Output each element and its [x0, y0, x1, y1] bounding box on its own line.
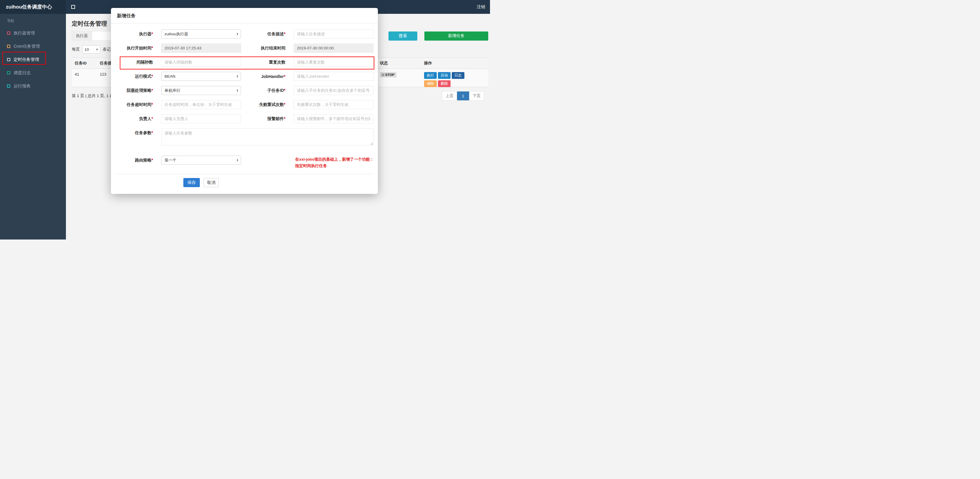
form-row-block-child: 阻塞处理策略* 单机串行 ▲▼ 子任务ID*: [111, 86, 378, 95]
route-strategy-field: 第一个 ▲▼: [161, 156, 241, 165]
timeout-input[interactable]: [161, 100, 241, 109]
pagination-next-button[interactable]: 下页: [469, 91, 484, 100]
job-desc-input[interactable]: [294, 29, 374, 38]
select-arrows-icon: ▲▼: [96, 48, 98, 51]
pagination-page-1-button[interactable]: 1: [457, 91, 469, 100]
executor-select-value: zuihou执行器: [164, 32, 235, 37]
cell-actions: 执行启动日志 编辑删除: [421, 69, 488, 87]
sidebar-item-label: 定时任务管理: [14, 57, 39, 62]
route-strategy-select[interactable]: 第一个 ▲▼: [161, 156, 241, 165]
run-mode-select[interactable]: BEAN ▲▼: [161, 72, 241, 81]
job-handler-label: JobHandler*: [241, 74, 285, 79]
header-status: 状态: [377, 60, 421, 66]
edit-button[interactable]: 编辑: [424, 80, 437, 87]
fail-retry-input[interactable]: [294, 100, 374, 109]
log-button[interactable]: 日志: [452, 72, 465, 79]
repeat-count-label: 重复次数: [241, 60, 285, 65]
job-param-field: [161, 128, 374, 146]
add-task-modal: 新增任务 执行器* zuihou执行器 ▲▼ 任务描述* 执行开始时间* 执行结…: [111, 8, 378, 194]
status-badge: STOP: [380, 72, 396, 77]
status-text: STOP: [385, 73, 395, 76]
end-time-label: 执行结束时间: [241, 46, 285, 51]
square-icon: [7, 71, 10, 75]
owner-field: [161, 114, 241, 123]
header-actions: 操作: [421, 60, 488, 66]
child-job-id-field: [294, 86, 374, 95]
sidebar-item-cron-task-management[interactable]: Cron任务管理: [0, 40, 66, 53]
start-time-input[interactable]: [161, 43, 241, 53]
start-time-field: [161, 43, 241, 53]
sidebar-item-label: Cron任务管理: [14, 43, 40, 49]
header-task-id: 任务ID: [72, 60, 97, 66]
repeat-count-input[interactable]: [294, 58, 374, 67]
executor-label: 执行器*: [111, 32, 153, 37]
job-handler-field: [294, 72, 374, 81]
form-row-owner-email: 负责人* 报警邮件*: [111, 114, 378, 123]
modal-note-line1: 在xxl-jobs项目的基础上，新增了一个功能：: [295, 156, 374, 163]
block-strategy-label: 阻塞处理策略*: [111, 88, 153, 93]
alarm-email-input[interactable]: [294, 114, 374, 123]
job-param-textarea[interactable]: [161, 128, 374, 145]
cell-status: STOP: [377, 69, 421, 87]
pagination-prev-button[interactable]: 上页: [442, 91, 457, 100]
run-mode-label: 运行模式*: [111, 74, 153, 79]
delete-button[interactable]: 删除: [438, 80, 450, 87]
form-row-executor-desc: 执行器* zuihou执行器 ▲▼ 任务描述*: [111, 29, 378, 38]
end-time-input[interactable]: [294, 43, 374, 53]
cancel-button[interactable]: 取消: [204, 178, 219, 187]
add-task-button[interactable]: 新增任务: [424, 32, 488, 41]
interval-input[interactable]: [161, 58, 241, 67]
start-button[interactable]: 启动: [438, 72, 450, 79]
executor-filter-label: 执行器: [72, 31, 92, 41]
stop-square-icon: [382, 74, 384, 76]
job-handler-input[interactable]: [294, 72, 374, 81]
sidebar-collapse-icon[interactable]: [71, 5, 75, 9]
sidebar-item-scheduled-task-management[interactable]: 定时任务管理: [0, 53, 66, 66]
timeout-label: 任务超时时间*: [111, 102, 153, 107]
sidebar-nav-label: 导航: [0, 14, 66, 27]
sidebar-item-label: 调度日志: [14, 70, 30, 76]
fail-retry-label: 失败重试次数*: [241, 102, 285, 107]
search-button[interactable]: 搜索: [388, 32, 417, 41]
interval-field: [161, 58, 241, 67]
form-row-interval-repeat: 间隔秒数 重复次数: [111, 58, 378, 67]
sidebar-item-run-report[interactable]: 运行报表: [0, 80, 66, 93]
alarm-email-field: [294, 114, 374, 123]
sidebar: 导航 执行器管理 Cron任务管理 定时任务管理 调度日志 运行报表: [0, 14, 66, 240]
form-row-timeout-retry: 任务超时时间* 失败重试次数*: [111, 100, 378, 109]
route-strategy-label: 路由策略*: [111, 158, 153, 163]
per-page-prefix: 每页: [72, 47, 80, 52]
form-row-job-param: 任务参数*: [111, 128, 378, 146]
owner-input[interactable]: [161, 114, 241, 123]
child-job-id-input[interactable]: [294, 86, 374, 95]
run-mode-select-value: BEAN: [164, 74, 235, 78]
child-job-id-label: 子任务ID*: [241, 88, 285, 93]
modal-note-line2: 指定时间执行任务: [295, 163, 374, 169]
job-desc-field: [294, 29, 374, 38]
select-arrows-icon: ▲▼: [237, 89, 239, 92]
sidebar-item-dispatch-log[interactable]: 调度日志: [0, 66, 66, 80]
save-button[interactable]: 保存: [183, 178, 200, 187]
timeout-field: [161, 100, 241, 109]
pager: 上页 1 下页: [442, 91, 484, 100]
run-button[interactable]: 执行: [424, 72, 437, 79]
sidebar-item-executor-management[interactable]: 执行器管理: [0, 27, 66, 40]
square-icon: [7, 84, 10, 88]
start-time-label: 执行开始时间*: [111, 46, 153, 51]
select-arrows-icon: ▲▼: [237, 159, 239, 162]
alarm-email-label: 报警邮件*: [241, 116, 285, 121]
run-mode-field: BEAN ▲▼: [161, 72, 241, 81]
block-strategy-select-value: 单机串行: [164, 88, 235, 93]
modal-footer: 保存 取消: [111, 174, 378, 187]
block-strategy-select[interactable]: 单机串行 ▲▼: [161, 86, 241, 95]
sidebar-item-label: 运行报表: [14, 83, 30, 89]
block-strategy-field: 单机串行 ▲▼: [161, 86, 241, 95]
form-row-route-strategy: 路由策略* 第一个 ▲▼ 在xxl-jobs项目的基础上，新增了一个功能： 指定…: [111, 151, 378, 169]
cell-task-id: 41: [72, 69, 97, 87]
logout-link[interactable]: 注销: [477, 4, 485, 10]
per-page-select[interactable]: 10 ▲▼: [82, 45, 100, 54]
owner-label: 负责人*: [111, 116, 153, 121]
executor-select[interactable]: zuihou执行器 ▲▼: [161, 29, 241, 38]
per-page-value: 10: [84, 48, 89, 52]
sidebar-item-label: 执行器管理: [14, 30, 35, 36]
